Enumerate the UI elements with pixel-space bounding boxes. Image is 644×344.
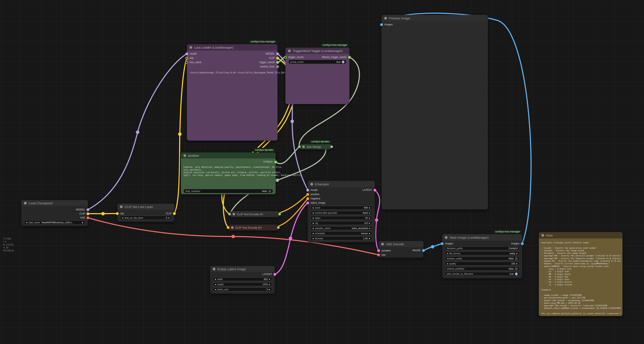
collapse-dot-icon[interactable]	[542, 234, 544, 237]
input-slot-clip[interactable]: clip	[185, 56, 194, 60]
file-format-widget[interactable]: ◀ file_format webp ▶	[445, 252, 520, 255]
lora-syntax-text[interactable]: <lora:CreateConcept_Illustrious:0.8> <lo…	[190, 72, 296, 74]
toggle-knob-icon[interactable]	[515, 268, 518, 270]
clip-output-dot[interactable]	[276, 57, 279, 60]
collapse-dot-icon[interactable]	[384, 17, 387, 20]
decrement-arrow-icon[interactable]: ◀	[214, 284, 216, 285]
seed-widget[interactable]: ◀ seed 409 ▶	[310, 206, 372, 210]
clip-output-dot[interactable]	[173, 212, 176, 215]
input-slot-lora-stack[interactable]: lora_stack	[185, 60, 201, 64]
node-clip-text-encode-negative[interactable]: CLIP Text Encode (Pr	[228, 224, 278, 230]
decrement-arrow-icon[interactable]: ◀	[214, 278, 216, 280]
increment-arrow-icon[interactable]: ▶	[369, 238, 370, 240]
input-slot-clip[interactable]: clip	[116, 211, 124, 216]
decrement-arrow-icon[interactable]: ◀	[312, 227, 314, 229]
decrement-arrow-icon[interactable]: ◀	[312, 207, 314, 209]
input-slot-model[interactable]: model	[306, 188, 318, 192]
add-counter-to-filename-toggle[interactable]: add_counter_to_filename true	[445, 272, 520, 276]
vae-output-dot[interactable]	[86, 216, 90, 219]
collapse-dot-icon[interactable]	[24, 202, 27, 204]
reroute-dot-model[interactable]	[136, 130, 139, 134]
node-clip-text-encode-positive[interactable]: CLIP Text Encode (Pr	[230, 211, 280, 217]
output-slot-loaded-loras[interactable]: loaded_loras	[260, 64, 279, 69]
output-slot-clip[interactable]: CLIP	[269, 56, 279, 60]
reroute-dot-latent-1[interactable]	[289, 236, 292, 240]
node-load-checkpoint[interactable]: Load Checkpoint MODEL CLIP VAE ◀ ckpt_na…	[21, 200, 88, 226]
output-slot-trigger-words[interactable]: trigger_words	[259, 60, 279, 64]
latent-output-dot[interactable]	[374, 189, 376, 192]
input-slot-negative[interactable]: negative	[306, 196, 320, 201]
latent-output-dot[interactable]	[274, 273, 276, 276]
increment-arrow-icon[interactable]: ▶	[168, 217, 170, 219]
steps-widget[interactable]: ◀ steps 20 ▶	[310, 216, 372, 220]
note-text-area[interactable]: Available filename_prefix Pattern Codes …	[542, 242, 621, 314]
strip-newlines-toggle[interactable]: strip_newlines false	[184, 189, 273, 193]
increment-arrow-icon[interactable]: ▶	[269, 284, 270, 285]
decrement-arrow-icon[interactable]: ◀	[312, 222, 314, 224]
reroute-dot-latent-2[interactable]	[375, 218, 378, 222]
images-output-dot[interactable]	[521, 242, 524, 245]
node-graph-canvas[interactable]: Load Checkpoint MODEL CLIP VAE ◀ ckpt_na…	[0, 0, 644, 344]
clip-input-dot[interactable]	[116, 212, 118, 215]
decrement-arrow-icon[interactable]: ◀	[447, 263, 448, 265]
collapse-dot-icon[interactable]	[120, 206, 123, 208]
filename-prefix-input[interactable]: filename_prefix ComfyUI	[445, 246, 520, 250]
input-slot-positive[interactable]: positive	[306, 192, 319, 196]
collapse-dot-icon[interactable]	[381, 243, 384, 246]
input-slot-samples[interactable]: samples	[377, 248, 391, 253]
samples-input-dot[interactable]	[377, 249, 380, 252]
node-lora-loader[interactable]: comfyui-lora-manager Lora Loader (LoraMa…	[187, 44, 278, 140]
string-output-dot[interactable]	[274, 160, 277, 163]
increment-arrow-icon[interactable]: ▶	[369, 217, 370, 219]
batch-size-widget[interactable]: ◀ batch_size 3 ▶	[213, 288, 272, 291]
input-slot-vae[interactable]: vae	[377, 253, 386, 257]
clip-input-dot[interactable]	[185, 57, 188, 60]
input-slot-images[interactable]: images	[380, 22, 393, 27]
image-output-dot[interactable]	[422, 249, 425, 252]
reroute-dot-image[interactable]	[431, 245, 434, 248]
group-mode-toggle[interactable]: group_mode true	[288, 60, 346, 64]
reroute-dot-clip-2[interactable]	[178, 132, 182, 136]
output-slot-latent[interactable]: LATENT	[262, 272, 276, 276]
increment-arrow-icon[interactable]: ▶	[369, 227, 370, 229]
reroute-dot-string[interactable]	[276, 178, 279, 182]
quality-widget[interactable]: ◀ quality 100 ▶	[445, 262, 520, 266]
decrement-arrow-icon[interactable]: ◀	[214, 288, 216, 290]
toggle-knob-icon[interactable]	[268, 190, 271, 192]
output-slot-latent[interactable]: LATENT	[362, 188, 376, 192]
node-note[interactable]: Note Available filename_prefix Pattern C…	[539, 232, 622, 316]
images-input-dot[interactable]	[441, 242, 444, 245]
toggle-knob-icon[interactable]	[342, 60, 344, 63]
collapsed-input-dot[interactable]	[227, 226, 229, 229]
embed-workflow-toggle[interactable]: embed_workflow false	[445, 267, 520, 271]
node-empty-latent-image[interactable]: Empty Latent Image LATENT ◀ width 832 ▶ …	[210, 266, 275, 294]
lossless-webp-toggle[interactable]: lossless_webp false	[445, 256, 520, 260]
control-after-generate-widget[interactable]: ◀ control after generate fixed ▶	[310, 211, 372, 215]
output-slot-model[interactable]: MODEL	[266, 52, 279, 56]
decrement-arrow-icon[interactable]: ◀	[312, 238, 314, 240]
increment-arrow-icon[interactable]: ▶	[369, 212, 370, 214]
output-slot-string[interactable]: STRING	[263, 160, 277, 164]
increment-arrow-icon[interactable]: ▶	[269, 288, 270, 290]
decrement-arrow-icon[interactable]: ◀	[447, 252, 448, 254]
collapse-dot-icon[interactable]	[310, 183, 313, 186]
ckpt-name-widget[interactable]: ◀ ckpt_name il\waiNSFWIllustrious_v110.s…	[24, 220, 85, 224]
increment-arrow-icon[interactable]: ▶	[516, 252, 518, 254]
increment-arrow-icon[interactable]: ▶	[82, 222, 84, 224]
output-slot-filtered-trigger-words[interactable]: filtered_trigger_words	[322, 55, 351, 59]
collapse-dot-icon[interactable]	[445, 236, 448, 239]
width-widget[interactable]: ◀ width 832 ▶	[213, 277, 272, 281]
output-slot-model[interactable]: MODEL	[76, 208, 90, 212]
collapse-dot-icon[interactable]	[184, 154, 186, 157]
decrement-arrow-icon[interactable]: ◀	[312, 212, 314, 214]
increment-arrow-icon[interactable]: ▶	[269, 278, 270, 280]
output-slot-image[interactable]: IMAGE	[412, 248, 425, 252]
latent-image-input-dot[interactable]	[306, 202, 309, 204]
collapsed-input-dot[interactable]	[228, 213, 231, 216]
cfg-widget[interactable]: ◀ cfg 8.0 ▶	[310, 221, 372, 225]
decrement-arrow-icon[interactable]: ◀	[312, 232, 314, 234]
scheduler-widget[interactable]: ◀ scheduler karras ▶	[310, 232, 372, 235]
collapse-dot-icon[interactable]	[231, 226, 234, 229]
output-slot-vae[interactable]: VAE	[80, 216, 90, 220]
input-slot-model[interactable]: model	[185, 52, 197, 56]
